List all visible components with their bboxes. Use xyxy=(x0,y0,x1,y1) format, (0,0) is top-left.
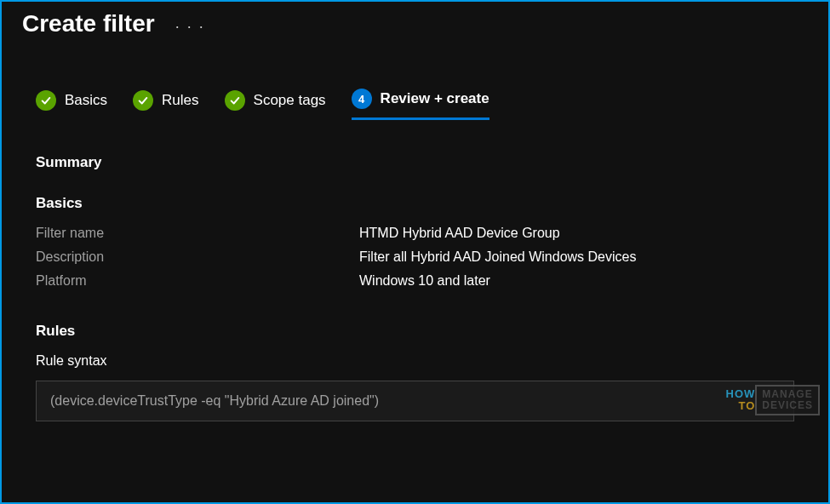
content-area: Summary Basics Filter name HTMD Hybrid A… xyxy=(2,129,828,421)
wizard-steps: Basics Rules Scope tags 4 Review + creat… xyxy=(2,37,828,129)
step-scope-tags[interactable]: Scope tags xyxy=(225,89,326,120)
platform-value: Windows 10 and later xyxy=(359,273,490,289)
rule-syntax-box: (device.deviceTrustType -eq "Hybrid Azur… xyxy=(36,381,794,421)
step-number-icon: 4 xyxy=(352,89,372,109)
step-review-create[interactable]: 4 Review + create xyxy=(352,89,489,120)
step-label: Rules xyxy=(162,92,198,109)
check-icon xyxy=(36,90,56,111)
step-rules[interactable]: Rules xyxy=(133,89,198,120)
description-value: Filter all Hybrid AAD Joined Windows Dev… xyxy=(359,249,636,265)
field-row-filter-name: Filter name HTMD Hybrid AAD Device Group xyxy=(36,226,794,241)
step-basics[interactable]: Basics xyxy=(36,89,107,120)
basics-heading: Basics xyxy=(36,195,794,212)
watermark: HOW TO MANAGE DEVICES xyxy=(726,385,820,415)
rule-syntax-label: Rule syntax xyxy=(36,353,794,369)
field-row-platform: Platform Windows 10 and later xyxy=(36,273,794,289)
step-label: Basics xyxy=(65,92,107,109)
platform-label: Platform xyxy=(36,273,359,289)
summary-heading: Summary xyxy=(36,154,794,171)
watermark-manage-devices: MANAGE DEVICES xyxy=(755,385,820,415)
rules-heading: Rules xyxy=(36,323,794,340)
filter-name-value: HTMD Hybrid AAD Device Group xyxy=(359,226,560,241)
check-icon xyxy=(133,90,153,111)
field-row-description: Description Filter all Hybrid AAD Joined… xyxy=(36,249,794,265)
check-icon xyxy=(225,90,245,111)
watermark-howto: HOW TO xyxy=(726,388,756,412)
step-label: Scope tags xyxy=(254,92,326,109)
filter-name-label: Filter name xyxy=(36,226,359,241)
step-label: Review + create xyxy=(381,90,489,107)
description-label: Description xyxy=(36,249,359,265)
page-title: Create filter xyxy=(22,10,155,37)
more-icon[interactable]: · · · xyxy=(175,13,205,36)
